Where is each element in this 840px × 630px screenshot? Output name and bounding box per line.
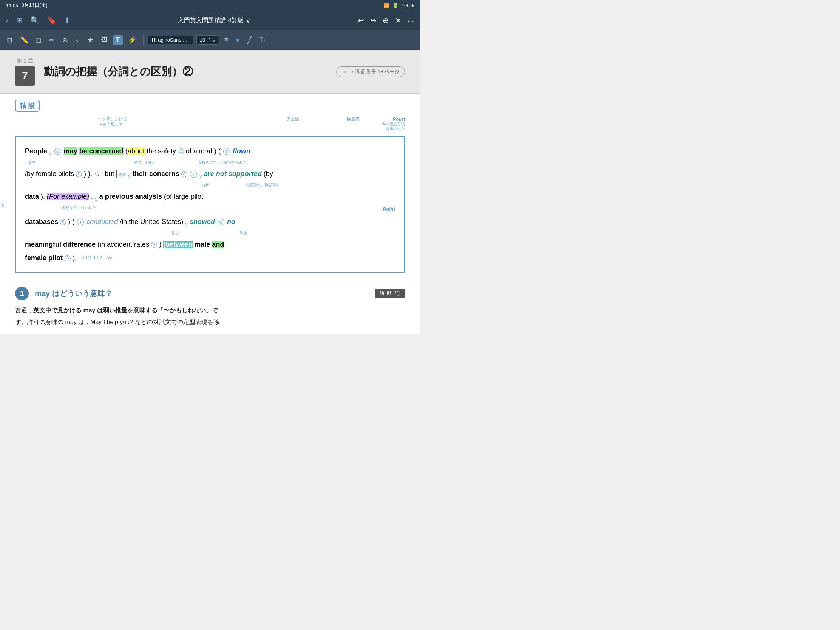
sub-s-but: S [128, 175, 131, 178]
add-icon[interactable]: ⊕ [383, 16, 389, 25]
num-2: ② [223, 148, 230, 155]
timestamp: 0:12-0:17 [81, 253, 102, 263]
word-may: may [64, 147, 77, 155]
text-btn[interactable]: T [113, 35, 123, 45]
of-aircraft: of aircraft) ( [186, 147, 221, 155]
word-data: data [25, 193, 39, 200]
pencil-btn[interactable]: ✏️ [18, 35, 31, 46]
close-icon[interactable]: ✕ [395, 16, 401, 25]
em-may: 英文中で見かける may は弱い推量を意味する「〜かもしれない」で [33, 307, 218, 314]
title-dropdown-icon[interactable]: ∨ [246, 17, 250, 24]
annot-analysis: 分析 [202, 180, 209, 189]
section-1-header: 1 may はどういう意味？ 助 動 詞 [15, 287, 405, 300]
annot-prepphrase: 前置詞句、形容詞句 [245, 180, 279, 189]
circled-s-3: S [181, 171, 187, 177]
wand-btn[interactable]: ⚡ [126, 35, 139, 46]
word-and: and [212, 241, 224, 248]
status-right: 📶 🔋 100% [384, 3, 414, 8]
wifi-icon: 📶 [384, 3, 389, 8]
stamp-btn[interactable]: ⊛ [60, 35, 70, 46]
font-size-arrows[interactable]: ⌃⌄ [207, 37, 216, 43]
word-female-pilots: female pilot S ). [25, 251, 77, 265]
annot-conducted: （業務など）行われた [58, 203, 96, 215]
text-line-5: meaningful difference (in accident rates… [25, 238, 395, 251]
word-but: but [102, 170, 117, 178]
point-label-1: Point [393, 116, 405, 122]
paren-by: (by [264, 170, 273, 177]
align-btn[interactable]: ≡ [222, 35, 231, 45]
sub-conj: 等接 [118, 173, 126, 177]
eraser-btn[interactable]: ◻ [34, 35, 44, 46]
word-no: no [227, 218, 235, 226]
annot-female: 女性 [28, 158, 35, 167]
date: 8月14日(土) [22, 2, 47, 9]
status-bar: 11:05 8月14日(土) 📶 🔋 100% [0, 0, 420, 11]
word-meaningful-difference: meaningful difference [25, 241, 96, 248]
book-title: 入門英文問題精講 4訂版 [178, 17, 243, 25]
sub-v: V [49, 152, 52, 156]
section-body-line1: 普通，英文中で見かける may は弱い推量を意味する「〜かもしれない」で [15, 305, 405, 316]
bookmark-icon[interactable]: 🔖 [47, 16, 57, 25]
section-badge-1: 助 動 詞 [375, 289, 405, 298]
word-showed: showed [189, 218, 215, 226]
annot-safety: 安全性 [287, 116, 299, 122]
more-icon[interactable]: ··· [407, 16, 414, 25]
ref-arrow: → [342, 69, 347, 74]
toolbar-sep1 [143, 35, 144, 46]
chapter-ref: → → 問題 別冊 13 ページ [336, 66, 405, 77]
highlight-btn[interactable]: ✏ [47, 35, 57, 46]
num-5: ⑤ [218, 219, 224, 226]
point-label-2: Point [383, 203, 395, 215]
nav-right[interactable]: ↩ ↪ ⊕ ✕ ··· [358, 16, 414, 25]
circled-s-1: S [178, 148, 184, 155]
sub-v4: V [185, 223, 188, 227]
nav-left[interactable]: ‹ ⊞ 🔍 🔖 ⬆ [6, 16, 71, 25]
sidebar-toggle-btn[interactable]: ⊟ [5, 35, 15, 46]
stroke-btn[interactable]: ╱ [245, 35, 254, 46]
image-btn[interactable]: 🖼 [99, 35, 110, 45]
sub-s3: S [95, 197, 98, 201]
chapter-label: 第１章 [17, 57, 34, 65]
nav-title[interactable]: 入門英文問題精講 4訂版 ∨ [178, 17, 250, 25]
grid-icon[interactable]: ⊞ [16, 16, 23, 25]
text2-btn[interactable]: T● [257, 35, 267, 45]
battery-icon: 🔋 [392, 3, 398, 8]
word-people: People [25, 147, 47, 155]
font-selector[interactable]: HiraginoSans-... [148, 35, 193, 44]
circled-s-2: S [76, 171, 82, 177]
annot-care: 〜を気にかける [98, 116, 127, 122]
sub-v2: V [199, 175, 202, 178]
word-databases: databases [25, 218, 58, 226]
time: 11:05 [6, 3, 19, 8]
word-be-concerned: be concerned [79, 147, 123, 155]
annot-support: 支持されて、証拠立てられて [198, 158, 247, 167]
back-button[interactable]: ‹ [6, 16, 9, 25]
circled-s-6: S [65, 255, 71, 261]
section-question-1: may はどういう意味？ [35, 289, 112, 299]
share-icon[interactable]: ⬆ [64, 16, 71, 25]
paren-5b: ) [159, 241, 163, 248]
star-btn[interactable]: ★ [85, 35, 96, 46]
num-4: ④ [77, 219, 84, 226]
chapter-number: 7 [15, 66, 35, 86]
text-line-6: female pilot S ). 0:12-0:17 ☆ [25, 251, 395, 265]
word-for-example: (For example) [47, 193, 89, 200]
undo-icon[interactable]: ↩ [358, 16, 364, 25]
font-size-ctrl[interactable]: 10 ⌃⌄ [196, 35, 219, 44]
annot-line4-top: （業務など）行われた Point [28, 203, 395, 215]
word-male: male [194, 241, 210, 248]
paren-data: ). [41, 193, 47, 200]
text-line-3: data ). (For example) , S a previous ana… [25, 189, 395, 203]
shape-btn[interactable]: ○ [73, 35, 82, 45]
section-body-1: 普通，英文中で見かける may は弱い推量を意味する「〜かもしれない」で す。許… [15, 305, 405, 328]
paren-in: (in accident rates [98, 241, 149, 248]
annot-ratio: 割合 [172, 229, 179, 238]
color-btn[interactable]: ● [234, 35, 242, 45]
search-icon[interactable]: 🔍 [30, 16, 39, 25]
word-a: a [99, 193, 103, 200]
section-num-1: 1 [15, 287, 29, 300]
redo-icon[interactable]: ↪ [370, 16, 377, 25]
word-conducted: conducted [87, 218, 118, 226]
word-pilots-end: ). [73, 254, 77, 262]
ref-text: → 問題 別冊 13 ページ [349, 68, 399, 75]
